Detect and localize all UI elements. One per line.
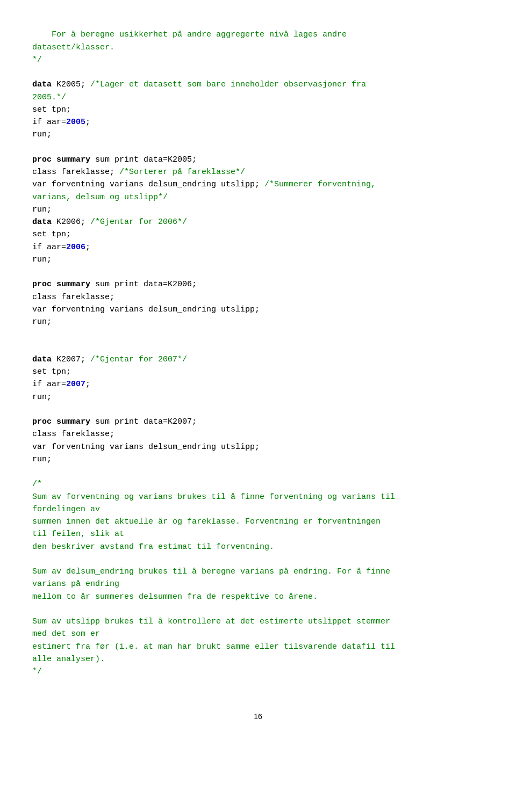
- comment-line-1: For å beregne usikkerhet på andre aggreg…: [32, 30, 347, 64]
- val-2005: 2005: [66, 118, 85, 127]
- comment-summerer: /*Summerer forventning, varians, delsum …: [32, 180, 376, 201]
- val-2006: 2006: [66, 243, 85, 252]
- comment-k2006: /*Gjentar for 2006*/: [90, 218, 187, 227]
- kw-data-k2006: data: [32, 218, 52, 227]
- kw-data-k2007: data: [32, 355, 52, 364]
- kw-proc-sum-2: proc summary: [32, 280, 90, 289]
- comment-sorterer: /*Sorterer på fareklasse*/: [119, 168, 245, 177]
- comment-k2005: /*Lager et datasett som bare inneholder …: [32, 80, 366, 102]
- page-content: For å beregne usikkerhet på andre aggreg…: [32, 16, 484, 691]
- kw-data-k2005: data: [32, 80, 52, 89]
- kw-proc-sum-1: proc summary: [32, 155, 90, 164]
- comment-block-start: /* Sum av forventning og varians brukes …: [32, 480, 395, 676]
- val-2007: 2007: [66, 380, 85, 389]
- code-area: For å beregne usikkerhet på andre aggreg…: [32, 16, 484, 691]
- comment-k2007: /*Gjentar for 2007*/: [90, 355, 187, 364]
- kw-proc-sum-3: proc summary: [32, 417, 90, 426]
- page-number: 16: [32, 712, 484, 721]
